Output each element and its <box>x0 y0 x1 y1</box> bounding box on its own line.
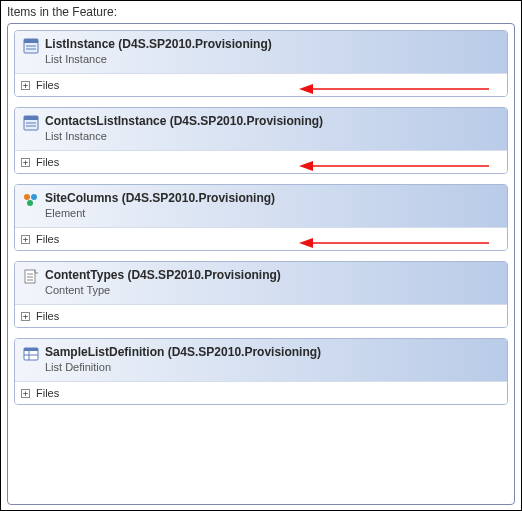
files-label: Files <box>36 233 59 245</box>
expand-icon[interactable]: + <box>21 158 30 167</box>
files-label: Files <box>36 79 59 91</box>
expand-icon[interactable]: + <box>21 389 30 398</box>
element-icon <box>23 192 39 208</box>
item-subtitle: List Instance <box>45 130 323 142</box>
annotation-arrow <box>299 236 489 250</box>
svg-point-12 <box>24 194 30 200</box>
feature-item[interactable]: SampleListDefinition (D4S.SP2010.Provisi… <box>14 338 508 405</box>
item-footer: + Files <box>15 381 507 404</box>
annotation-arrow <box>299 159 489 173</box>
feature-item[interactable]: ContactsListInstance (D4S.SP2010.Provisi… <box>14 107 508 174</box>
svg-rect-7 <box>24 116 38 120</box>
item-header: ContentTypes (D4S.SP2010.Provisioning) C… <box>15 262 507 304</box>
section-label: Items in the Feature: <box>1 1 521 21</box>
item-subtitle: Content Type <box>45 284 281 296</box>
feature-items-panel: Items in the Feature: ListInstance (D4S.… <box>0 0 522 511</box>
files-label: Files <box>36 156 59 168</box>
item-footer: + Files <box>15 304 507 327</box>
item-title: ContactsListInstance (D4S.SP2010.Provisi… <box>45 114 323 128</box>
item-header: ListInstance (D4S.SP2010.Provisioning) L… <box>15 31 507 73</box>
item-title: ContentTypes (D4S.SP2010.Provisioning) <box>45 268 281 282</box>
svg-rect-22 <box>24 348 38 351</box>
item-subtitle: List Instance <box>45 53 272 65</box>
files-label: Files <box>36 387 59 399</box>
item-header: ContactsListInstance (D4S.SP2010.Provisi… <box>15 108 507 150</box>
list-instance-icon <box>23 38 39 54</box>
feature-item[interactable]: ListInstance (D4S.SP2010.Provisioning) L… <box>14 30 508 97</box>
item-header: SiteColumns (D4S.SP2010.Provisioning) El… <box>15 185 507 227</box>
item-title: ListInstance (D4S.SP2010.Provisioning) <box>45 37 272 51</box>
svg-point-14 <box>27 200 33 206</box>
item-subtitle: Element <box>45 207 275 219</box>
svg-marker-5 <box>299 84 313 94</box>
svg-point-13 <box>31 194 37 200</box>
item-title: SampleListDefinition (D4S.SP2010.Provisi… <box>45 345 321 359</box>
items-container: ListInstance (D4S.SP2010.Provisioning) L… <box>7 23 515 505</box>
svg-marker-16 <box>299 238 313 248</box>
expand-icon[interactable]: + <box>21 235 30 244</box>
item-subtitle: List Definition <box>45 361 321 373</box>
item-header: SampleListDefinition (D4S.SP2010.Provisi… <box>15 339 507 381</box>
svg-marker-11 <box>299 161 313 171</box>
feature-item[interactable]: SiteColumns (D4S.SP2010.Provisioning) El… <box>14 184 508 251</box>
annotation-arrow <box>299 82 489 96</box>
item-footer: + Files <box>15 73 507 96</box>
expand-icon[interactable]: + <box>21 81 30 90</box>
content-type-icon <box>23 269 39 285</box>
list-definition-icon <box>23 346 39 362</box>
feature-item[interactable]: ContentTypes (D4S.SP2010.Provisioning) C… <box>14 261 508 328</box>
item-title: SiteColumns (D4S.SP2010.Provisioning) <box>45 191 275 205</box>
svg-rect-1 <box>24 39 38 43</box>
expand-icon[interactable]: + <box>21 312 30 321</box>
item-footer: + Files <box>15 150 507 173</box>
item-footer: + Files <box>15 227 507 250</box>
files-label: Files <box>36 310 59 322</box>
list-instance-icon <box>23 115 39 131</box>
